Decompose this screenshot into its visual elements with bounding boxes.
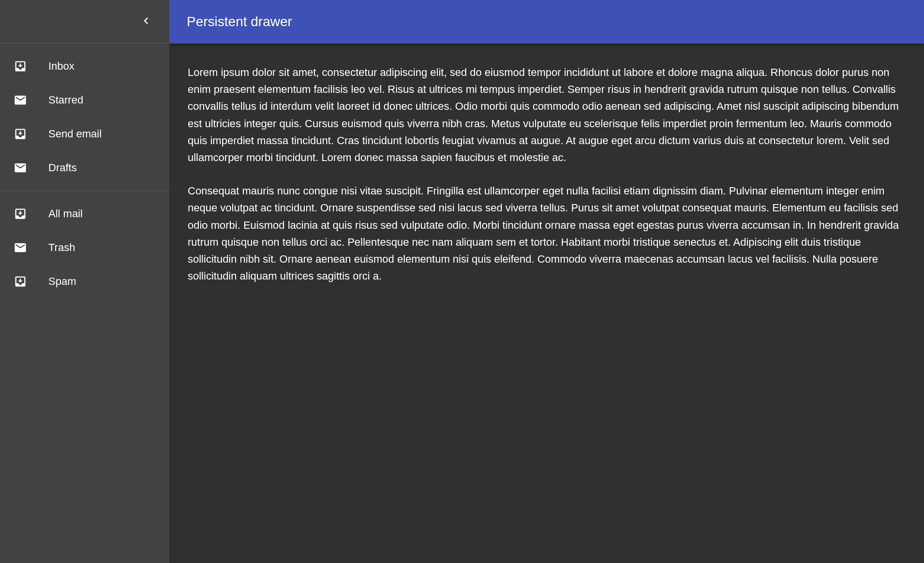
sidebar-item-trash[interactable]: Trash [0,231,169,265]
appbar: Persistent drawer [169,0,924,44]
sidebar-item-label: Starred [48,94,83,106]
drawer-list-secondary: All mail Trash Spam [0,191,169,304]
sidebar-item-label: Trash [48,241,75,254]
move-to-inbox-icon [14,127,27,141]
chevron-left-icon [139,14,153,29]
sidebar-item-label: Send email [48,128,102,140]
mail-icon [14,241,27,254]
drawer-list-primary: Inbox Starred Send email Drafts [0,44,169,191]
move-to-inbox-icon [14,207,27,221]
sidebar-item-label: Spam [48,275,76,288]
move-to-inbox-icon [14,59,27,73]
main: Persistent drawer Lorem ipsum dolor sit … [169,0,924,563]
sidebar-item-label: Drafts [48,162,77,174]
sidebar-item-label: All mail [48,207,83,220]
mail-icon [14,161,27,175]
close-drawer-button[interactable] [134,10,158,33]
sidebar-item-all-mail[interactable]: All mail [0,197,169,231]
sidebar-item-inbox[interactable]: Inbox [0,49,169,83]
page-title: Persistent drawer [187,14,292,30]
sidebar-item-drafts[interactable]: Drafts [0,151,169,185]
content-paragraph: Lorem ipsum dolor sit amet, consectetur … [188,64,906,166]
drawer: Inbox Starred Send email Drafts All m [0,0,169,563]
content: Lorem ipsum dolor sit amet, consectetur … [169,44,924,321]
content-paragraph: Consequat mauris nunc congue nisi vitae … [188,182,906,284]
sidebar-item-label: Inbox [48,60,75,73]
sidebar-item-send-email[interactable]: Send email [0,117,169,151]
sidebar-item-spam[interactable]: Spam [0,265,169,298]
sidebar-item-starred[interactable]: Starred [0,83,169,117]
drawer-header [0,0,169,44]
mail-icon [14,93,27,107]
move-to-inbox-icon [14,275,27,288]
